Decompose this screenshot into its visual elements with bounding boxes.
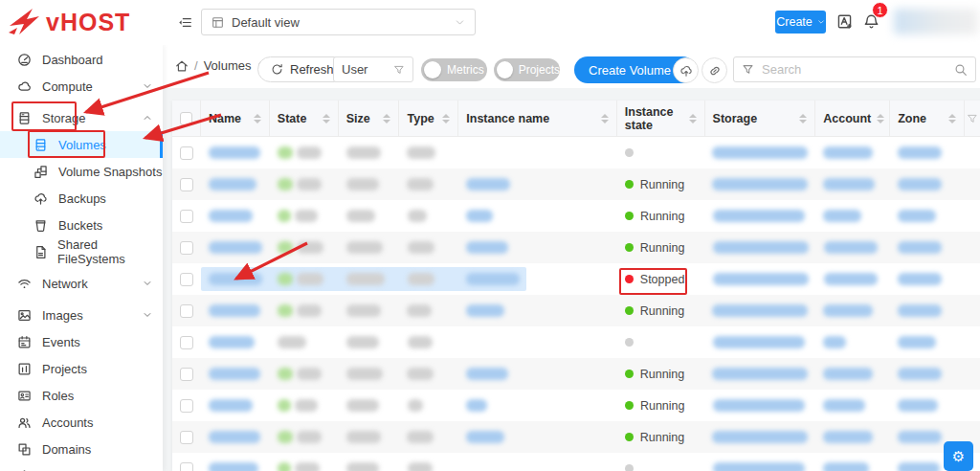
column-header-type[interactable]: Type bbox=[399, 101, 458, 136]
table-row[interactable]: Stopped bbox=[172, 263, 980, 295]
cell-instance-name[interactable] bbox=[458, 137, 616, 168]
link-button[interactable] bbox=[702, 57, 727, 83]
sidebar-item-dashboard[interactable]: Dashboard bbox=[0, 46, 163, 73]
column-header-account[interactable]: Account bbox=[815, 101, 890, 136]
cell-storage[interactable] bbox=[704, 295, 815, 326]
cell-account[interactable] bbox=[816, 232, 891, 263]
cell-zone[interactable] bbox=[890, 326, 965, 358]
search-icon[interactable] bbox=[954, 63, 968, 77]
cell-instance-name[interactable] bbox=[458, 326, 617, 358]
cell-account[interactable] bbox=[815, 137, 890, 168]
row-checkbox[interactable] bbox=[180, 304, 193, 318]
row-checkbox[interactable] bbox=[180, 431, 193, 444]
home-icon[interactable] bbox=[175, 59, 189, 73]
cell-storage[interactable] bbox=[705, 453, 816, 471]
cell-zone[interactable] bbox=[890, 200, 965, 232]
cell-zone[interactable] bbox=[890, 295, 965, 326]
sidebar-item-volume-snapshots[interactable]: Volume Snapshots bbox=[0, 158, 163, 185]
column-header-size[interactable]: Size bbox=[339, 101, 400, 136]
sidebar-item-buckets[interactable]: Buckets bbox=[0, 212, 163, 238]
sidebar-item-storage[interactable]: Storage bbox=[0, 104, 163, 131]
sort-carets-icon[interactable] bbox=[254, 114, 261, 123]
row-checkbox[interactable] bbox=[180, 178, 193, 191]
cell-instance-name[interactable] bbox=[458, 453, 617, 471]
row-checkbox[interactable] bbox=[180, 146, 193, 160]
view-selector[interactable]: Default view bbox=[201, 9, 476, 35]
cell-name[interactable] bbox=[201, 326, 270, 358]
table-row[interactable]: Running bbox=[172, 358, 980, 390]
sort-carets-icon[interactable] bbox=[948, 114, 956, 123]
cell-zone[interactable] bbox=[890, 232, 965, 263]
cell-instance-name[interactable] bbox=[458, 232, 616, 263]
cell-zone[interactable] bbox=[890, 137, 965, 168]
settings-fab[interactable]: ⚙ bbox=[944, 441, 973, 471]
sidebar-item-domains[interactable]: Domains bbox=[0, 436, 163, 462]
sidebar-item-compute[interactable]: Compute bbox=[0, 73, 163, 100]
sort-carets-icon[interactable] bbox=[689, 114, 697, 123]
table-row[interactable] bbox=[172, 453, 980, 471]
metrics-toggle[interactable]: Metrics bbox=[421, 58, 487, 81]
document-settings-icon[interactable] bbox=[836, 13, 853, 30]
cell-name[interactable] bbox=[201, 453, 270, 471]
cell-instance-name[interactable] bbox=[458, 295, 616, 326]
column-header-instance-name[interactable]: Instance name bbox=[458, 101, 616, 136]
menu-fold-icon[interactable] bbox=[178, 15, 192, 30]
column-header-zone[interactable]: Zone bbox=[890, 101, 965, 136]
cell-storage[interactable] bbox=[705, 232, 816, 263]
cell-instance-name[interactable] bbox=[458, 421, 616, 453]
table-row[interactable]: Running bbox=[172, 421, 980, 453]
table-row[interactable] bbox=[172, 137, 980, 168]
cell-account[interactable] bbox=[815, 295, 890, 326]
sidebar-item-backups[interactable]: Backups bbox=[0, 185, 163, 212]
row-checkbox[interactable] bbox=[180, 336, 193, 349]
column-header-instance-state[interactable]: Instance state bbox=[617, 101, 705, 136]
sort-carets-icon[interactable] bbox=[601, 114, 609, 123]
cell-storage[interactable] bbox=[705, 390, 816, 421]
breadcrumb-page[interactable]: Volumes bbox=[204, 58, 252, 73]
column-header-state[interactable]: State bbox=[270, 101, 339, 136]
sidebar-item-infrastructure[interactable]: Infrastructure bbox=[0, 462, 163, 471]
table-row[interactable]: Running bbox=[172, 390, 980, 421]
cell-storage[interactable] bbox=[705, 326, 816, 358]
filter-funnel-icon[interactable] bbox=[967, 113, 978, 124]
cell-instance-name[interactable] bbox=[458, 390, 617, 421]
cell-name[interactable] bbox=[201, 200, 270, 232]
cell-name[interactable] bbox=[201, 358, 270, 390]
table-row[interactable]: Running bbox=[172, 232, 980, 263]
row-checkbox[interactable] bbox=[180, 210, 193, 223]
user-profile-blurred[interactable] bbox=[894, 9, 978, 34]
sort-carets-icon[interactable] bbox=[383, 114, 390, 123]
cell-account[interactable] bbox=[816, 263, 891, 295]
search-input[interactable]: Search bbox=[733, 56, 976, 82]
cell-zone[interactable] bbox=[890, 390, 965, 421]
cell-name[interactable] bbox=[201, 168, 270, 200]
projects-toggle[interactable]: Projects bbox=[494, 58, 560, 81]
cell-account[interactable] bbox=[815, 326, 890, 358]
column-header-name[interactable]: Name bbox=[201, 101, 270, 136]
row-checkbox[interactable] bbox=[180, 462, 193, 471]
cell-instance-name[interactable] bbox=[458, 200, 617, 232]
cell-storage[interactable] bbox=[704, 421, 815, 453]
cell-name[interactable] bbox=[201, 390, 270, 421]
cell-account[interactable] bbox=[815, 390, 890, 421]
cell-zone[interactable] bbox=[890, 358, 965, 390]
cell-storage[interactable] bbox=[705, 200, 816, 232]
sort-carets-icon[interactable] bbox=[877, 114, 884, 123]
sidebar-item-accounts[interactable]: Accounts bbox=[0, 409, 163, 436]
row-checkbox[interactable] bbox=[180, 241, 193, 255]
cell-zone[interactable] bbox=[890, 168, 965, 200]
row-checkbox[interactable] bbox=[180, 368, 193, 381]
column-header-storage[interactable]: Storage bbox=[705, 101, 816, 136]
cell-instance-name[interactable] bbox=[458, 358, 616, 390]
cell-storage[interactable] bbox=[704, 358, 815, 390]
cell-account[interactable] bbox=[815, 421, 890, 453]
create-button[interactable]: Create bbox=[775, 11, 826, 34]
cell-name[interactable] bbox=[201, 137, 270, 168]
cell-storage[interactable] bbox=[704, 168, 815, 200]
row-checkbox[interactable] bbox=[180, 399, 193, 413]
table-row[interactable]: Running bbox=[172, 168, 980, 200]
table-row[interactable] bbox=[172, 326, 980, 358]
sort-carets-icon[interactable] bbox=[323, 114, 330, 123]
cell-account[interactable] bbox=[815, 453, 890, 471]
cell-storage[interactable] bbox=[704, 137, 815, 168]
